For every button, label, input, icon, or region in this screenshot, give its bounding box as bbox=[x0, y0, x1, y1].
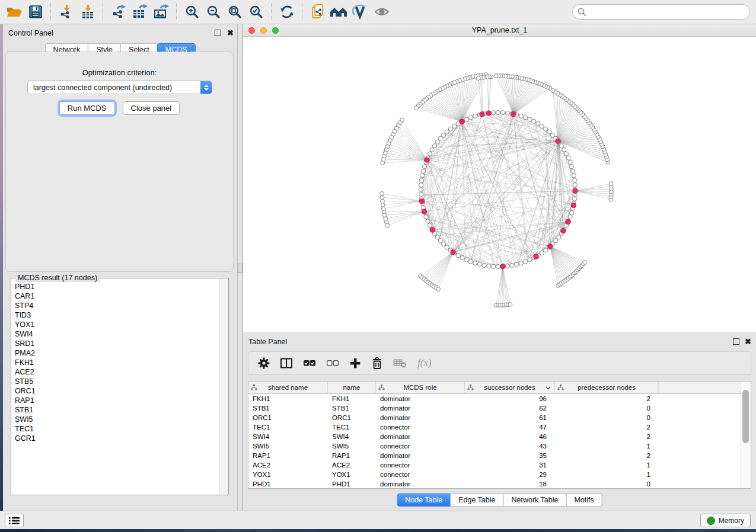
splitter-grip[interactable] bbox=[238, 264, 243, 273]
network-node[interactable] bbox=[473, 114, 477, 118]
network-node[interactable] bbox=[445, 245, 449, 249]
result-node[interactable]: ACE2 bbox=[15, 367, 220, 377]
network-node[interactable] bbox=[464, 117, 468, 121]
mcds-hub-node[interactable] bbox=[422, 209, 426, 214]
result-node[interactable]: TEC1 bbox=[15, 424, 220, 434]
mcds-hub-node[interactable] bbox=[534, 254, 538, 259]
mcds-hub-node[interactable] bbox=[573, 188, 578, 193]
table-panel-close-button[interactable]: ✖ bbox=[744, 338, 752, 345]
network-canvas[interactable] bbox=[243, 37, 756, 332]
mcds-hub-node[interactable] bbox=[460, 119, 464, 124]
control-panel-float-button[interactable] bbox=[214, 29, 222, 37]
network-node[interactable] bbox=[487, 264, 491, 268]
zoom-selected-button[interactable] bbox=[245, 2, 267, 21]
visual-style-button[interactable] bbox=[350, 2, 371, 21]
criterion-select[interactable]: largest connected component (undirected) bbox=[27, 81, 212, 94]
network-node[interactable] bbox=[505, 111, 509, 115]
network-node[interactable] bbox=[424, 215, 428, 219]
network-node[interactable] bbox=[532, 119, 536, 123]
mcds-hub-node[interactable] bbox=[486, 111, 491, 116]
mcds-hub-node[interactable] bbox=[451, 250, 455, 255]
zoom-in-button[interactable] bbox=[181, 2, 203, 21]
network-node[interactable] bbox=[524, 259, 528, 264]
table-row[interactable]: YOX1YOX1connector291 bbox=[248, 470, 751, 479]
column-settings-button[interactable] bbox=[258, 357, 270, 369]
network-node[interactable] bbox=[540, 124, 544, 128]
network-node[interactable] bbox=[428, 223, 432, 227]
network-node[interactable] bbox=[559, 144, 563, 148]
home-networks-button[interactable] bbox=[328, 2, 350, 21]
table-row[interactable]: FKH1FKH1dominator962 bbox=[248, 394, 751, 403]
network-node[interactable] bbox=[448, 127, 452, 131]
zoom-out-button[interactable] bbox=[203, 2, 224, 21]
table-row[interactable]: SWI5SWI5connector431 bbox=[248, 441, 751, 451]
network-node[interactable] bbox=[554, 239, 558, 243]
network-node[interactable] bbox=[573, 183, 577, 187]
network-node[interactable] bbox=[566, 156, 570, 160]
mcds-result-scrollbar[interactable] bbox=[219, 279, 228, 494]
network-leaf-node[interactable] bbox=[494, 74, 498, 78]
network-node[interactable] bbox=[564, 152, 569, 156]
mcds-hub-node[interactable] bbox=[548, 244, 553, 249]
result-node[interactable]: YOX1 bbox=[15, 320, 220, 329]
mcds-hub-node[interactable] bbox=[561, 228, 566, 233]
network-node[interactable] bbox=[468, 259, 473, 264]
network-node[interactable] bbox=[562, 148, 566, 152]
network-node[interactable] bbox=[452, 124, 457, 128]
network-node[interactable] bbox=[421, 169, 425, 173]
select-all-button[interactable] bbox=[303, 357, 316, 369]
open-file-button[interactable] bbox=[4, 2, 25, 21]
search-input[interactable] bbox=[589, 7, 749, 17]
network-node[interactable] bbox=[435, 235, 439, 239]
mcds-hub-node[interactable] bbox=[571, 203, 576, 207]
result-node[interactable]: PHD1 bbox=[15, 282, 220, 291]
column-header-successor-nodes[interactable]: successor nodes bbox=[465, 382, 555, 393]
network-node[interactable] bbox=[419, 192, 423, 196]
show-panels-button[interactable] bbox=[280, 357, 293, 369]
network-node[interactable] bbox=[464, 258, 468, 262]
column-header-name[interactable]: name bbox=[328, 382, 376, 393]
network-node[interactable] bbox=[420, 174, 425, 178]
network-node[interactable] bbox=[568, 215, 572, 219]
network-node[interactable] bbox=[477, 262, 481, 267]
table-row[interactable]: SWI4SWI4dominator462 bbox=[248, 432, 751, 441]
network-leaf-node[interactable] bbox=[551, 89, 555, 93]
result-node[interactable]: SWI5 bbox=[15, 415, 220, 424]
network-node[interactable] bbox=[428, 152, 432, 156]
zoom-fit-button[interactable] bbox=[224, 2, 245, 21]
network-node[interactable] bbox=[500, 111, 505, 115]
result-node[interactable]: STP4 bbox=[15, 301, 220, 310]
delete-table-button[interactable] bbox=[393, 358, 407, 368]
table-scrollbar-thumb[interactable] bbox=[742, 390, 749, 443]
network-node[interactable] bbox=[550, 133, 554, 137]
network-node[interactable] bbox=[572, 174, 576, 178]
network-node[interactable] bbox=[528, 117, 532, 121]
deselect-all-button[interactable] bbox=[326, 357, 339, 369]
network-node[interactable] bbox=[492, 264, 496, 268]
export-image-button[interactable] bbox=[151, 2, 172, 21]
network-node[interactable] bbox=[438, 136, 442, 140]
network-node[interactable] bbox=[573, 178, 577, 182]
result-node[interactable]: FKH1 bbox=[15, 358, 220, 367]
column-header-predecessor-nodes[interactable]: predecessor nodes bbox=[555, 382, 659, 393]
network-node[interactable] bbox=[528, 258, 532, 262]
delete-column-button[interactable] bbox=[371, 357, 383, 370]
network-leaf-node[interactable] bbox=[381, 203, 385, 207]
network-node[interactable] bbox=[571, 169, 575, 173]
network-node[interactable] bbox=[544, 127, 548, 131]
result-node[interactable]: SRD1 bbox=[15, 339, 220, 348]
network-node[interactable] bbox=[438, 239, 442, 243]
table-row[interactable]: RAP1RAP1dominator352 bbox=[248, 451, 751, 460]
status-list-button[interactable] bbox=[5, 514, 24, 527]
table-row[interactable]: TEC1TEC1connector472 bbox=[248, 422, 751, 432]
vertical-splitter[interactable] bbox=[237, 24, 243, 511]
network-leaf-node[interactable] bbox=[583, 260, 587, 264]
network-leaf-node[interactable] bbox=[414, 106, 419, 110]
network-leaf-node[interactable] bbox=[380, 196, 384, 200]
network-node[interactable] bbox=[519, 261, 523, 265]
network-node[interactable] bbox=[570, 210, 574, 214]
network-node[interactable] bbox=[426, 219, 430, 223]
network-node[interactable] bbox=[544, 248, 548, 252]
table-row[interactable]: PHD1PHD1dominator180 bbox=[248, 479, 751, 489]
control-panel-close-button[interactable]: ✖ bbox=[227, 29, 234, 37]
